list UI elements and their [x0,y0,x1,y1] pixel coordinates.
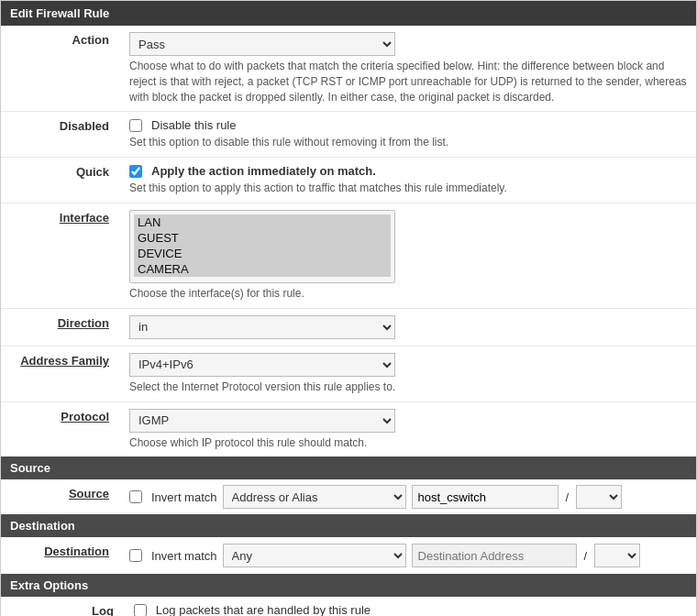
protocol-content: IGMP TCP UDP ICMP any Choose which IP pr… [120,402,696,456]
log-checkbox-label: Log packets that are handled by this rul… [156,603,371,616]
address-family-label: Address Family [1,346,120,402]
destination-form: Destination Invert match Any Address or … [1,537,696,574]
interface-content: LAN GUEST DEVICE CAMERA Choose the inter… [120,203,696,308]
quick-label: Quick [1,158,120,204]
destination-type-select[interactable]: Any Address or Alias Network Single host… [223,544,406,567]
destination-label: Destination [1,537,120,574]
source-address-input[interactable] [412,485,559,509]
direction-row: Direction in out any [1,308,696,346]
protocol-row: Protocol IGMP TCP UDP ICMP any Choose wh… [1,402,696,456]
source-content: Invert match Address or Alias Any Networ… [120,479,696,514]
destination-invert-checkbox[interactable] [129,549,142,562]
interface-row: Interface LAN GUEST DEVICE CAMERA Choose… [1,203,696,308]
address-family-row: Address Family IPv4+IPv6 IPv4 IPv6 Selec… [1,346,696,402]
log-row: Log Log packets that are handled by this… [1,597,696,616]
interface-label: Interface [1,203,120,308]
action-select[interactable]: Pass Block Reject [129,32,395,56]
protocol-hint: Choose which IP protocol this rule shoul… [129,435,687,451]
firewall-rule-panel: Edit Firewall Rule Action Pass Block Rej… [0,0,697,616]
address-family-hint: Select the Internet Protocol version thi… [129,380,687,395]
disabled-label: Disabled [1,112,120,158]
destination-mask-select[interactable] [594,544,640,567]
direction-label: Direction [1,308,120,346]
action-hint: Choose what to do with packets that matc… [129,59,687,104]
source-invert-label: Invert match [151,490,217,504]
quick-checkbox-label: Apply the action immediately on match. [151,164,376,178]
quick-content: Apply the action immediately on match. S… [120,158,696,204]
panel-title: Edit Firewall Rule [1,1,696,26]
direction-label-link[interactable]: Direction [58,316,109,330]
destination-section-header: Destination [1,514,696,537]
interface-hint: Choose the interface(s) for this rule. [129,286,687,302]
protocol-select[interactable]: IGMP TCP UDP ICMP any [129,409,395,433]
protocol-label: Protocol [1,402,120,456]
log-checkbox[interactable] [134,604,147,616]
log-label: Log [1,597,125,616]
source-slash: / [564,490,571,504]
address-family-label-link[interactable]: Address Family [20,354,109,368]
destination-address-input[interactable] [412,544,577,567]
main-form: Action Pass Block Reject Choose what to … [1,26,696,456]
source-mask-select[interactable] [576,485,622,509]
interface-select[interactable]: LAN GUEST DEVICE CAMERA [129,210,395,283]
disabled-hint: Set this option to disable this rule wit… [129,135,687,150]
protocol-label-link[interactable]: Protocol [61,410,109,424]
destination-content: Invert match Any Address or Alias Networ… [120,537,696,574]
source-type-select[interactable]: Address or Alias Any Network Single host… [223,485,406,509]
source-row: Source Invert match Address or Alias Any… [1,479,696,514]
source-section-header: Source [1,456,696,479]
destination-row: Destination Invert match Any Address or … [1,537,696,574]
quick-checkbox[interactable] [129,165,142,178]
destination-label-link[interactable]: Destination [44,544,109,558]
extra-options-form: Log Log packets that are handled by this… [1,597,696,616]
direction-select[interactable]: in out any [129,315,395,339]
address-family-content: IPv4+IPv6 IPv4 IPv6 Select the Internet … [120,346,696,402]
disabled-checkbox-label: Disable this rule [151,118,237,132]
interface-label-link[interactable]: Interface [60,211,109,225]
log-content: Log packets that are handled by this rul… [125,597,696,616]
source-form: Source Invert match Address or Alias Any… [1,479,696,514]
action-label: Action [1,26,120,112]
source-label-link[interactable]: Source [69,487,109,500]
disabled-content: Disable this rule Set this option to dis… [120,112,696,158]
quick-row: Quick Apply the action immediately on ma… [1,158,696,204]
destination-invert-label: Invert match [151,549,217,563]
disabled-row: Disabled Disable this rule Set this opti… [1,112,696,158]
source-label: Source [1,479,120,514]
action-content: Pass Block Reject Choose what to do with… [120,26,696,112]
disabled-checkbox[interactable] [129,119,142,132]
quick-hint: Set this option to apply this action to … [129,181,687,196]
action-row: Action Pass Block Reject Choose what to … [1,26,696,112]
source-invert-checkbox[interactable] [129,490,142,503]
direction-content: in out any [120,308,696,346]
extra-options-section-header: Extra Options [1,574,696,597]
address-family-select[interactable]: IPv4+IPv6 IPv4 IPv6 [129,353,395,377]
destination-slash: / [582,549,590,563]
